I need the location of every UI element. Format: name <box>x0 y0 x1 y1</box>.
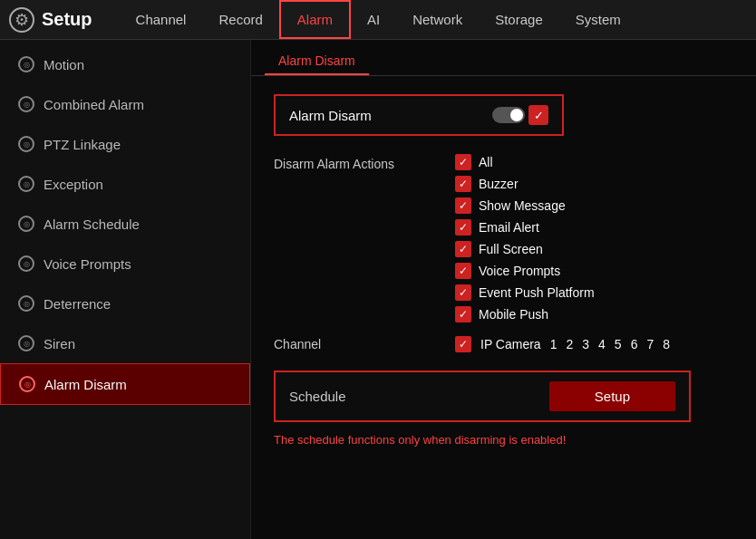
checkbox-event-push-platform: ✓ <box>455 284 471 301</box>
checkbox-buzzer: ✓ <box>455 176 471 192</box>
checkbox-show-message: ✓ <box>455 197 471 214</box>
checkbox-all: ✓ <box>455 154 471 170</box>
action-label-mobile-push: Mobile Push <box>479 307 548 322</box>
sidebar-label-voice-prompts: Voice Prompts <box>44 256 131 272</box>
sidebar-label-alarm-schedule: Alarm Schedule <box>44 217 140 232</box>
nav-record[interactable]: Record <box>202 0 278 39</box>
exception-icon: ◎ <box>18 176 34 192</box>
sidebar-item-motion[interactable]: ◎ Motion <box>0 44 250 84</box>
action-show-message[interactable]: ✓ Show Message <box>455 197 595 214</box>
actions-list: ✓ All ✓ Buzzer ✓ Show Message ✓ Email Al… <box>455 154 595 322</box>
nav-items: Channel Record Alarm AI Network Storage … <box>120 0 637 39</box>
sidebar-item-exception[interactable]: ◎ Exception <box>0 164 250 204</box>
combined-alarm-icon: ◎ <box>18 96 34 112</box>
action-event-push-platform[interactable]: ✓ Event Push Platform <box>455 284 595 301</box>
top-navbar: Setup Channel Record Alarm AI Network St… <box>0 0 756 40</box>
schedule-row: Schedule Setup <box>274 371 691 422</box>
action-email-alert[interactable]: ✓ Email Alert <box>455 219 595 236</box>
content-tabs: Alarm Disarm <box>251 40 756 76</box>
action-label-email-alert: Email Alert <box>479 220 539 235</box>
disarm-actions-label: Disarm Alarm Actions <box>274 154 455 322</box>
nav-ai[interactable]: AI <box>351 0 396 39</box>
checkbox-full-screen: ✓ <box>455 241 471 257</box>
action-voice-prompts[interactable]: ✓ Voice Prompts <box>455 263 595 279</box>
disarm-actions-section: Disarm Alarm Actions ✓ All ✓ Buzzer ✓ Sh… <box>274 154 733 322</box>
schedule-label: Schedule <box>289 389 549 404</box>
action-label-full-screen: Full Screen <box>479 242 543 256</box>
sidebar-item-voice-prompts[interactable]: ◎ Voice Prompts <box>0 244 250 284</box>
toggle-track <box>492 107 525 123</box>
channel-label: Channel <box>274 337 455 351</box>
sidebar-item-siren[interactable]: ◎ Siren <box>0 323 250 363</box>
sidebar-item-alarm-disarm[interactable]: ◎ Alarm Disarm <box>0 363 250 405</box>
channel-num-8[interactable]: 8 <box>663 337 670 351</box>
ptz-linkage-icon: ◎ <box>18 136 34 152</box>
siren-icon: ◎ <box>18 335 34 351</box>
checkbox-voice-prompts: ✓ <box>455 263 471 279</box>
channel-num-7[interactable]: 7 <box>646 337 654 351</box>
action-label-buzzer: Buzzer <box>479 177 519 191</box>
action-buzzer[interactable]: ✓ Buzzer <box>455 176 595 192</box>
sidebar-item-alarm-schedule[interactable]: ◎ Alarm Schedule <box>0 204 250 244</box>
nav-storage[interactable]: Storage <box>479 0 559 39</box>
channel-items: ✓ IP Camera 1 2 3 4 5 6 7 8 <box>455 336 670 352</box>
ip-camera-label: IP Camera <box>480 337 541 351</box>
channel-num-1[interactable]: 1 <box>550 337 557 351</box>
sidebar-label-combined-alarm: Combined Alarm <box>44 97 144 112</box>
sidebar-label-exception: Exception <box>44 177 103 192</box>
app-logo: Setup <box>9 7 92 33</box>
setup-button[interactable]: Setup <box>549 381 675 411</box>
checkbox-mobile-push: ✓ <box>455 306 471 322</box>
app-title: Setup <box>42 9 92 30</box>
tab-alarm-disarm[interactable]: Alarm Disarm <box>265 48 369 75</box>
action-label-all: All <box>479 155 493 169</box>
sidebar-label-motion: Motion <box>44 57 84 72</box>
action-full-screen[interactable]: ✓ Full Screen <box>455 241 595 257</box>
action-all[interactable]: ✓ All <box>455 154 595 170</box>
action-label-voice-prompts: Voice Prompts <box>479 264 560 278</box>
nav-network[interactable]: Network <box>396 0 479 39</box>
checkbox-ip-camera[interactable]: ✓ <box>455 336 471 352</box>
nav-system[interactable]: System <box>559 0 637 39</box>
channel-row: Channel ✓ IP Camera 1 2 3 4 5 6 7 8 <box>274 336 733 352</box>
channel-num-6[interactable]: 6 <box>631 337 638 351</box>
channel-num-3[interactable]: 3 <box>582 337 589 351</box>
sidebar-label-ptz-linkage: PTZ Linkage <box>44 137 121 152</box>
deterrence-icon: ◎ <box>18 295 34 312</box>
sidebar-label-alarm-disarm: Alarm Disarm <box>44 377 127 392</box>
toggle-knob <box>510 109 523 121</box>
alarm-disarm-toggle[interactable]: ✓ <box>492 105 548 125</box>
action-mobile-push[interactable]: ✓ Mobile Push <box>455 306 595 322</box>
sidebar-label-deterrence: Deterrence <box>44 296 111 312</box>
content-area: Alarm Disarm Alarm Disarm ✓ Disarm Alarm… <box>251 40 756 539</box>
channel-num-4[interactable]: 4 <box>598 337 606 351</box>
toggle-check-icon: ✓ <box>528 105 548 125</box>
content-body: Alarm Disarm ✓ Disarm Alarm Actions ✓ Al… <box>251 76 756 465</box>
sidebar: ◎ Motion ◎ Combined Alarm ◎ PTZ Linkage … <box>0 40 251 539</box>
motion-icon: ◎ <box>18 56 34 72</box>
main-layout: ◎ Motion ◎ Combined Alarm ◎ PTZ Linkage … <box>0 40 756 539</box>
warning-text: The schedule functions only when disarmi… <box>274 433 733 447</box>
sidebar-item-deterrence[interactable]: ◎ Deterrence <box>0 284 250 323</box>
sidebar-label-siren: Siren <box>44 336 75 351</box>
checkbox-email-alert: ✓ <box>455 219 471 236</box>
nav-alarm[interactable]: Alarm <box>279 0 351 39</box>
action-label-event-push-platform: Event Push Platform <box>479 285 595 300</box>
action-label-show-message: Show Message <box>479 198 566 213</box>
channel-num-5[interactable]: 5 <box>615 337 622 351</box>
alarm-schedule-icon: ◎ <box>18 216 34 232</box>
channel-num-2[interactable]: 2 <box>566 337 573 351</box>
alarm-disarm-row: Alarm Disarm ✓ <box>274 94 564 136</box>
alarm-disarm-icon: ◎ <box>19 376 35 392</box>
sidebar-item-combined-alarm[interactable]: ◎ Combined Alarm <box>0 84 250 124</box>
voice-prompts-icon: ◎ <box>18 255 34 272</box>
sidebar-item-ptz-linkage[interactable]: ◎ PTZ Linkage <box>0 124 250 164</box>
nav-channel[interactable]: Channel <box>120 0 203 39</box>
gear-icon <box>9 7 34 33</box>
alarm-disarm-label: Alarm Disarm <box>289 108 492 123</box>
